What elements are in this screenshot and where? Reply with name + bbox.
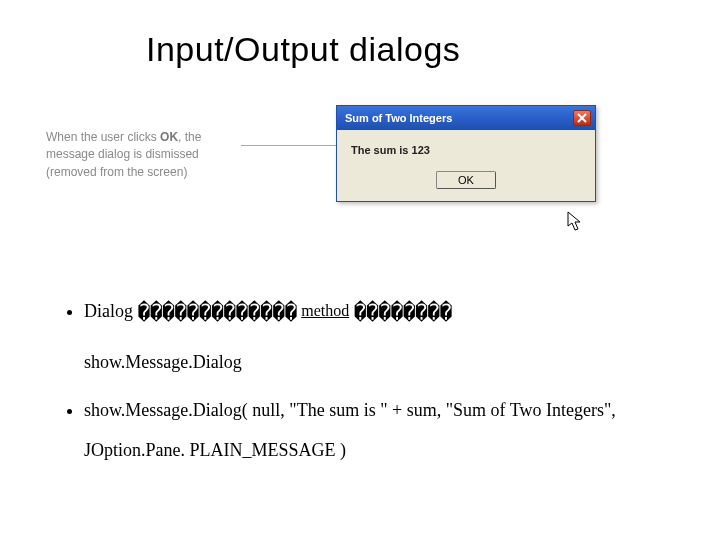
dialog-message: The sum is 123 [351,144,581,156]
dialog-titlebar[interactable]: Sum of Two Integers [337,106,595,130]
bullet-1: Dialog ������������� method �������� sho… [84,289,684,383]
bullet-2-text: show.Message.Dialog( null, "The sum is "… [84,400,616,460]
bullet-1-boxes-1: ������������� [138,300,297,325]
dialog-window-title: Sum of Two Integers [345,112,573,124]
cursor-icon [566,211,584,237]
slide: Input/Output dialogs When the user click… [0,0,720,540]
ok-button[interactable]: OK [436,171,496,189]
close-button[interactable] [573,110,591,126]
slide-title: Input/Output dialogs [146,30,684,69]
callout-line1-post: , the [178,130,201,144]
message-dialog-window: Sum of Two Integers The sum is 123 OK [336,105,596,202]
bullet-1-prefix: Dialog [84,301,138,321]
callout-text: When the user clicks OK, the message dia… [46,129,236,181]
bullet-2: show.Message.Dialog( null, "The sum is "… [84,391,684,470]
callout-ok-word: OK [160,130,178,144]
bullet-1-boxes-2: �������� [354,300,452,325]
figure-area: When the user clicks OK, the message dia… [36,105,676,255]
callout-line1-pre: When the user clicks [46,130,160,144]
bullet-1-method-word: method [301,302,349,319]
bullet-list: Dialog ������������� method �������� sho… [36,289,684,470]
bullet-1-hang: show.Message.Dialog [84,343,684,383]
callout-line2: message dialog is dismissed [46,147,199,161]
dialog-body: The sum is 123 [337,130,595,164]
dialog-button-row: OK [337,164,595,201]
close-icon [577,113,587,123]
callout-line3: (removed from the screen) [46,165,187,179]
